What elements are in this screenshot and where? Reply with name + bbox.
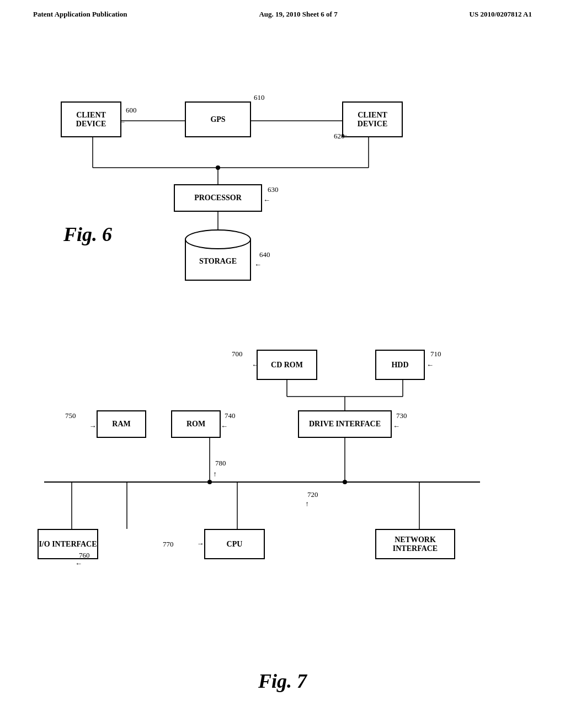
- ref-700-arrow: ←: [252, 361, 259, 370]
- ref-710-arrow: ←: [427, 361, 434, 370]
- ref-630-arrow: ←: [263, 196, 270, 205]
- cdrom700-label: CD ROM: [271, 361, 303, 370]
- client600-label: CLIENT DEVICE: [76, 111, 106, 129]
- client600-box: CLIENT DEVICE: [61, 101, 121, 137]
- fig6-lines: [0, 35, 565, 322]
- ref-750: 750: [65, 411, 76, 420]
- ref-600: 600: [126, 106, 137, 115]
- gps610-label: GPS: [210, 115, 225, 124]
- cpu770-label: CPU: [227, 540, 243, 549]
- io760-label: I/O INTERFACE: [39, 540, 97, 549]
- header-center: Aug. 19, 2010 Sheet 6 of 7: [259, 10, 337, 19]
- ref-750-arrow: ←: [89, 422, 97, 431]
- network-label: NETWORK INTERFACE: [376, 536, 454, 553]
- ref-710: 710: [430, 350, 441, 358]
- ref-600-arrow: ←: [119, 117, 126, 126]
- ref-740-arrow: ←: [221, 422, 228, 431]
- ref-720-arrow: ←: [303, 501, 312, 508]
- ref-630: 630: [268, 185, 279, 194]
- gps610-box: GPS: [185, 101, 251, 137]
- ref-780-arrow: ←: [211, 471, 220, 478]
- cdrom700-box: CD ROM: [257, 350, 317, 380]
- processor630-label: PROCESSOR: [194, 194, 242, 202]
- ref-640: 640: [259, 250, 270, 259]
- ref-610: 610: [254, 93, 265, 102]
- cpu770-box: CPU: [204, 529, 265, 559]
- ref-730: 730: [396, 411, 407, 420]
- fig6-diagram: CLIENT DEVICE 600 ← GPS 610 CLIENT DEVIC…: [0, 35, 565, 322]
- ref-700: 700: [232, 350, 243, 358]
- fig7-lines: [0, 333, 565, 664]
- storage640-cylinder: STORAGE: [185, 239, 251, 281]
- client620-box: CLIENT DEVICE: [342, 101, 403, 137]
- rom740-label: ROM: [186, 420, 205, 429]
- fig7-caption: Fig. 7: [0, 670, 565, 693]
- svg-point-21: [343, 480, 347, 484]
- ref-620-bracket: ←: [341, 131, 348, 140]
- drive730-box: DRIVE INTERFACE: [298, 410, 392, 438]
- ram750-label: RAM: [112, 420, 130, 429]
- drive730-label: DRIVE INTERFACE: [309, 420, 381, 429]
- fig7-diagram: CD ROM 700 ← HDD 710 ← DRIVE INTERFACE 7…: [0, 333, 565, 664]
- ref-720: 720: [307, 490, 318, 499]
- ref-770: 770: [163, 540, 174, 549]
- fig6-label: Fig. 6: [63, 223, 112, 246]
- hdd710-box: HDD: [375, 350, 425, 380]
- svg-point-22: [207, 480, 212, 484]
- hdd710-label: HDD: [391, 361, 408, 370]
- svg-point-8: [216, 165, 220, 170]
- ram750-box: RAM: [97, 410, 146, 438]
- ref-740: 740: [225, 411, 236, 420]
- client620-label: CLIENT DEVICE: [358, 111, 387, 129]
- ref-780: 780: [215, 459, 226, 468]
- ref-640-arrow: ←: [254, 260, 262, 269]
- processor630-box: PROCESSOR: [174, 184, 262, 212]
- ref-760-arrow: ←: [75, 559, 82, 568]
- rom740-box: ROM: [171, 410, 221, 438]
- network-box: NETWORK INTERFACE: [375, 529, 455, 559]
- ref-770-arrow: ←: [197, 539, 204, 548]
- header-left: Patent Application Publication: [33, 10, 127, 19]
- header-right: US 2010/0207812 A1: [470, 10, 532, 19]
- ref-730-arrow: ←: [393, 422, 400, 431]
- ref-760: 760: [79, 551, 90, 560]
- page-header: Patent Application Publication Aug. 19, …: [0, 0, 565, 19]
